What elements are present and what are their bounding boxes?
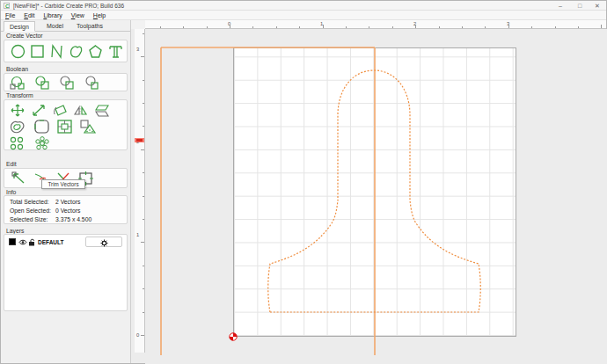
ruler-position-marker — [135, 138, 145, 142]
layers-box: DEFAULT — [4, 234, 128, 311]
layers-title: Layers — [6, 228, 24, 234]
info-open-selected-label: Open Selected: — [10, 207, 51, 214]
circle-tool-icon[interactable] — [10, 43, 26, 60]
title-bar: C [NewFile]* - Carbide Create PRO; Build… — [1, 1, 606, 11]
round-corners-icon[interactable] — [32, 119, 53, 135]
ruler-corner — [131, 20, 145, 29]
left-ruler-label-1: 1 — [136, 232, 139, 237]
panel-tab-bar: Design Model Toolpaths — [1, 20, 130, 32]
nest-icon[interactable] — [77, 119, 99, 135]
canvas-area: 0 1 2 3 3 2 1 0 — [131, 20, 606, 363]
menu-file[interactable]: File — [1, 11, 19, 18]
stock-material — [233, 47, 516, 337]
info-open-selected-value: 0 Vectors — [55, 207, 80, 214]
mirror-icon[interactable] — [72, 103, 90, 118]
grid-array-icon[interactable] — [9, 136, 30, 150]
menu-bar: File Edit Library View Help — [1, 11, 606, 20]
menu-view[interactable]: View — [67, 11, 89, 18]
layer-row[interactable]: DEFAULT — [6, 237, 125, 248]
layer-settings-button[interactable] — [85, 237, 122, 247]
menu-library[interactable]: Library — [39, 11, 66, 18]
rectangle-tool-icon[interactable] — [29, 43, 46, 60]
gear-icon — [100, 239, 108, 247]
info-open-selected: Open Selected: 0 Vectors — [10, 207, 51, 214]
drawing-viewport[interactable] — [145, 29, 607, 364]
tab-toolpaths[interactable]: Toolpaths — [71, 21, 108, 32]
text-tool-icon[interactable] — [107, 43, 124, 60]
tab-design[interactable]: Design — [4, 21, 35, 32]
boolean-xor-icon[interactable] — [83, 76, 102, 90]
tooltip: Trim Vectors — [41, 179, 85, 189]
info-selected-size: Selected Size: 3.375 x 4.500 — [10, 216, 48, 222]
boolean-union-icon[interactable] — [9, 76, 28, 90]
left-ruler-label-0: 0 — [136, 332, 139, 338]
left-ruler-label-3: 3 — [136, 47, 139, 52]
edit-title: Edit — [6, 161, 17, 167]
transform-title: Transform — [6, 92, 33, 98]
move-icon[interactable] — [9, 103, 26, 118]
layer-lock-icon[interactable] — [28, 238, 36, 246]
offset-path-icon[interactable] — [8, 119, 29, 135]
shear-icon[interactable] — [93, 103, 111, 118]
create-vector-box — [4, 40, 128, 62]
curve-tool-icon[interactable] — [68, 43, 84, 60]
minimize-button[interactable]: – — [553, 2, 567, 10]
boolean-subtract-icon[interactable] — [33, 76, 53, 90]
menu-edit[interactable]: Edit — [19, 11, 39, 18]
scale-icon[interactable] — [30, 103, 48, 118]
window-title: [NewFile]* - Carbide Create PRO; Build 6… — [13, 3, 124, 9]
boolean-box — [4, 73, 128, 91]
rotate-icon[interactable] — [51, 103, 69, 118]
polyline-tool-icon[interactable] — [48, 43, 65, 60]
layer-name: DEFAULT — [38, 239, 64, 245]
left-ruler: 3 2 1 0 — [135, 29, 145, 353]
info-selected-size-value: 3.375 x 4.500 — [55, 216, 91, 222]
create-vector-title: Create Vector — [6, 33, 43, 39]
info-total-selected: Total Selected: 2 Vectors — [10, 199, 49, 205]
maximize-button[interactable]: □ — [573, 2, 587, 10]
design-panel: Design Model Toolpaths Create Vector — [1, 20, 131, 363]
info-total-selected-value: 2 Vectors — [55, 199, 80, 205]
polygon-tool-icon[interactable] — [87, 43, 104, 60]
layer-color-swatch[interactable] — [9, 238, 16, 245]
info-selected-size-label: Selected Size: — [10, 216, 48, 222]
circular-array-icon[interactable] — [32, 136, 53, 150]
info-total-selected-label: Total Selected: — [10, 199, 49, 205]
boolean-intersect-icon[interactable] — [58, 76, 77, 90]
layer-visibility-eye-icon[interactable] — [18, 238, 27, 246]
node-edit-icon[interactable] — [9, 171, 28, 186]
close-button[interactable]: ✕ — [590, 2, 604, 10]
app-window: C [NewFile]* - Carbide Create PRO; Build… — [0, 0, 607, 364]
align-icon[interactable] — [55, 119, 76, 135]
top-ruler: 0 1 2 3 — [145, 20, 606, 29]
info-title: Info — [6, 189, 16, 195]
menu-help[interactable]: Help — [89, 11, 110, 18]
info-box: Total Selected: 2 Vectors Open Selected:… — [4, 195, 128, 224]
transform-box — [4, 99, 128, 150]
boolean-title: Boolean — [6, 66, 28, 72]
app-logo-icon: C — [4, 3, 10, 9]
tab-model[interactable]: Model — [41, 21, 69, 32]
